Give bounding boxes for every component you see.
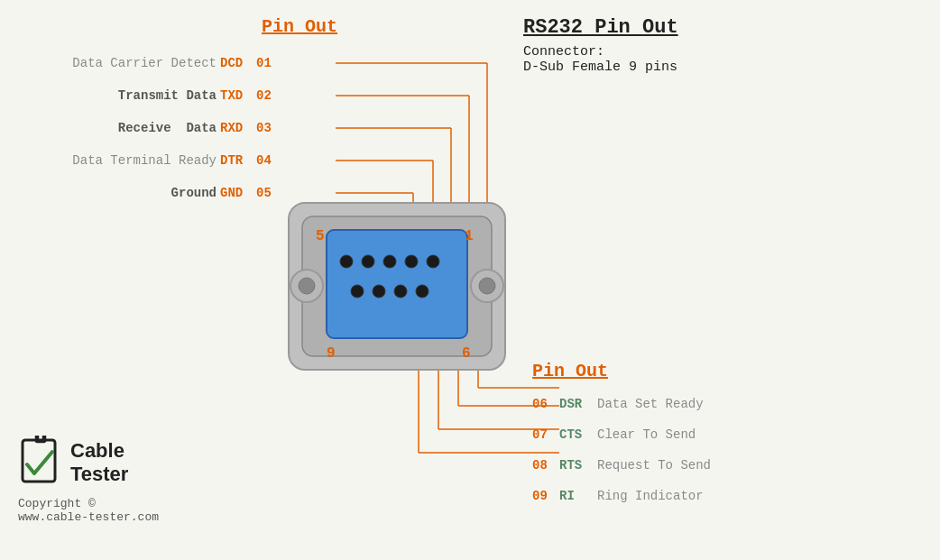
- corner-label-5: 5: [316, 228, 325, 244]
- pin-row-02: Transmit Data TXD 02: [9, 79, 278, 112]
- svg-point-32: [394, 285, 407, 298]
- corner-label-1: 1: [465, 228, 474, 244]
- corner-label-6: 6: [462, 345, 471, 362]
- pin-02-abbr: TXD: [220, 88, 256, 103]
- connector-diagram: 5 1 9 6: [262, 140, 532, 374]
- svg-point-31: [373, 285, 385, 298]
- pin-07-num: 07: [532, 427, 559, 442]
- svg-point-23: [479, 278, 495, 294]
- svg-point-27: [383, 255, 396, 268]
- pin-05-desc: Ground: [9, 186, 217, 200]
- title-area: RS232 Pin Out Connector: D-Sub Female 9 …: [523, 16, 678, 75]
- pin-08-abbr: RTS: [559, 458, 597, 473]
- connector-label: Connector: D-Sub Female 9 pins: [523, 44, 678, 75]
- pin-06-num: 06: [532, 397, 559, 411]
- pin-03-desc: Receive Data: [9, 121, 217, 135]
- pin-row-08: 08 RTS Request To Send: [532, 450, 711, 481]
- website-text: www.cable-tester.com: [18, 510, 159, 524]
- pin-03-abbr: RXD: [220, 121, 256, 135]
- svg-point-30: [351, 285, 364, 298]
- logo-icon: [18, 436, 63, 490]
- pin-row-05: Ground GND 05: [9, 177, 278, 209]
- pin-03-num: 03: [256, 121, 278, 135]
- pin-09-abbr: RI: [559, 489, 597, 503]
- pin-out-label-bottom: Pin Out: [532, 361, 711, 381]
- pin-02-num: 02: [256, 88, 278, 103]
- pin-09-num: 09: [532, 489, 559, 503]
- pin-07-abbr: CTS: [559, 427, 597, 442]
- svg-point-33: [416, 285, 429, 298]
- logo-box: Cable Tester: [18, 436, 128, 490]
- pin-06-abbr: DSR: [559, 397, 597, 411]
- page-title: RS232 Pin Out: [523, 16, 678, 39]
- pin-row-01: Data Carrier Detect DCD 01: [9, 47, 278, 79]
- svg-point-26: [362, 255, 374, 268]
- left-pin-labels: Data Carrier Detect DCD 01 Transmit Data…: [9, 47, 278, 209]
- corner-label-9: 9: [327, 345, 336, 362]
- pin-01-desc: Data Carrier Detect: [9, 56, 217, 70]
- pin-01-num: 01: [256, 56, 278, 70]
- svg-point-29: [427, 255, 439, 268]
- right-pin-labels: Pin Out 06 DSR Data Set Ready 07 CTS Cle…: [532, 361, 711, 511]
- pin-04-abbr: DTR: [220, 153, 256, 168]
- pin-08-desc: Request To Send: [597, 458, 711, 473]
- pin-04-desc: Data Terminal Ready: [9, 153, 217, 168]
- svg-point-25: [340, 255, 353, 268]
- pin-07-desc: Clear To Send: [597, 427, 696, 442]
- pin-06-desc: Data Set Ready: [597, 397, 704, 411]
- pin-row-06: 06 DSR Data Set Ready: [532, 389, 711, 419]
- copyright-text: Copyright ©: [18, 497, 96, 510]
- svg-rect-24: [327, 230, 467, 338]
- pin-09-desc: Ring Indicator: [597, 489, 704, 503]
- pin-05-abbr: GND: [220, 186, 256, 200]
- pin-row-09: 09 RI Ring Indicator: [532, 481, 711, 511]
- svg-point-28: [405, 255, 418, 268]
- svg-point-21: [299, 278, 315, 294]
- pin-row-03: Receive Data RXD 03: [9, 112, 278, 144]
- logo-text: Cable Tester: [70, 439, 128, 487]
- svg-rect-34: [23, 440, 55, 482]
- pin-01-abbr: DCD: [220, 56, 256, 70]
- logo-area: Cable Tester Copyright © www.cable-teste…: [18, 436, 159, 524]
- pin-row-04: Data Terminal Ready DTR 04: [9, 144, 278, 177]
- pin-row-07: 07 CTS Clear To Send: [532, 419, 711, 450]
- pin-08-num: 08: [532, 458, 559, 473]
- pin-02-desc: Transmit Data: [9, 88, 217, 103]
- pin-out-label-top: Pin Out: [262, 16, 337, 37]
